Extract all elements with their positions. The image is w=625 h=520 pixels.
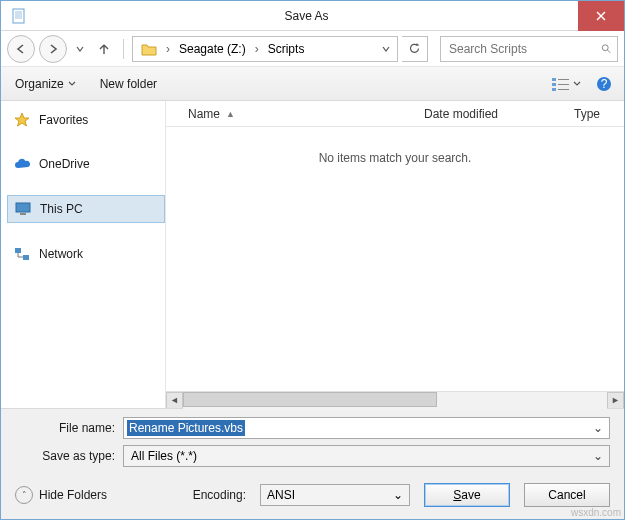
svg-line-8 bbox=[608, 50, 611, 53]
savetype-row: Save as type: All Files (*.*) ⌄ bbox=[15, 445, 610, 467]
encoding-value: ANSI bbox=[267, 488, 393, 502]
address-bar[interactable]: › Seagate (Z:) › Scripts bbox=[132, 36, 398, 62]
fields-area: File name: Rename Pictures.vbs ⌄ Save as… bbox=[1, 408, 624, 471]
file-list-body: No items match your search. bbox=[166, 127, 624, 391]
footer: ˄ Hide Folders Encoding: ANSI ⌄ Save Can… bbox=[1, 471, 624, 519]
separator bbox=[123, 39, 124, 59]
hide-folders-label: Hide Folders bbox=[39, 488, 107, 502]
hide-folders-button[interactable]: ˄ Hide Folders bbox=[15, 486, 107, 504]
chevron-up-icon: ˄ bbox=[15, 486, 33, 504]
chevron-down-icon bbox=[76, 45, 84, 53]
arrow-up-icon bbox=[97, 42, 111, 56]
star-icon bbox=[13, 111, 31, 129]
scroll-thumb[interactable] bbox=[183, 392, 437, 407]
window-title: Save As bbox=[35, 9, 578, 23]
drive-icon-chip[interactable] bbox=[135, 37, 163, 61]
column-label: Type bbox=[574, 107, 600, 121]
save-button[interactable]: Save bbox=[424, 483, 510, 507]
filename-input[interactable]: Rename Pictures.vbs ⌄ bbox=[123, 417, 610, 439]
svg-rect-19 bbox=[15, 248, 21, 253]
sort-ascending-icon: ▲ bbox=[226, 109, 235, 119]
svg-text:?: ? bbox=[601, 77, 608, 91]
svg-rect-17 bbox=[16, 203, 30, 212]
new-folder-button[interactable]: New folder bbox=[92, 73, 165, 95]
search-box[interactable] bbox=[440, 36, 618, 62]
computer-icon bbox=[14, 200, 32, 218]
sidebar-item-label: Favorites bbox=[39, 113, 88, 127]
refresh-button[interactable] bbox=[402, 36, 428, 62]
encoding-select[interactable]: ANSI ⌄ bbox=[260, 484, 410, 506]
svg-rect-18 bbox=[20, 213, 26, 215]
chevron-down-icon[interactable]: ⌄ bbox=[590, 449, 606, 463]
watermark: wsxdn.com bbox=[571, 507, 621, 518]
sidebar-item-onedrive[interactable]: OneDrive bbox=[7, 151, 165, 177]
svg-rect-11 bbox=[552, 88, 556, 91]
column-headers: Name ▲ Date modified Type bbox=[166, 101, 624, 127]
sidebar: Favorites OneDrive This PC bbox=[1, 101, 166, 408]
new-folder-label: New folder bbox=[100, 77, 157, 91]
view-options[interactable] bbox=[548, 73, 584, 95]
savetype-select[interactable]: All Files (*.*) ⌄ bbox=[123, 445, 610, 467]
chevron-down-icon bbox=[68, 80, 76, 88]
title-bar: Save As bbox=[1, 1, 624, 31]
cloud-icon bbox=[13, 155, 31, 173]
column-type[interactable]: Type bbox=[564, 107, 624, 121]
chevron-down-icon bbox=[573, 80, 581, 88]
save-label: Save bbox=[453, 488, 480, 502]
main-area: Favorites OneDrive This PC bbox=[1, 101, 624, 408]
view-icon bbox=[551, 76, 571, 92]
filename-label: File name: bbox=[15, 421, 115, 435]
sidebar-item-label: OneDrive bbox=[39, 157, 90, 171]
arrow-left-icon bbox=[15, 43, 27, 55]
sidebar-item-network[interactable]: Network bbox=[7, 241, 165, 267]
sidebar-item-favorites[interactable]: Favorites bbox=[7, 107, 165, 133]
scroll-track[interactable] bbox=[183, 392, 607, 409]
close-button[interactable] bbox=[578, 1, 624, 31]
scroll-left-button[interactable]: ◄ bbox=[166, 392, 183, 409]
folder-icon bbox=[141, 42, 157, 56]
help-button[interactable]: ? bbox=[590, 72, 618, 96]
breadcrumb-seagate[interactable]: Seagate (Z:) bbox=[173, 37, 252, 61]
toolbar: Organize New folder ? bbox=[1, 67, 624, 101]
address-dropdown[interactable] bbox=[377, 45, 395, 53]
svg-rect-10 bbox=[552, 83, 556, 86]
nav-row: › Seagate (Z:) › Scripts bbox=[1, 31, 624, 67]
organize-label: Organize bbox=[15, 77, 64, 91]
arrow-right-icon bbox=[47, 43, 59, 55]
empty-message: No items match your search. bbox=[319, 151, 472, 165]
help-icon: ? bbox=[596, 76, 612, 92]
organize-menu[interactable]: Organize bbox=[7, 73, 84, 95]
svg-rect-20 bbox=[23, 255, 29, 260]
sidebar-item-this-pc[interactable]: This PC bbox=[7, 195, 165, 223]
network-icon bbox=[13, 245, 31, 263]
chevron-down-icon[interactable]: ⌄ bbox=[590, 421, 606, 435]
forward-button[interactable] bbox=[39, 35, 67, 63]
chevron-down-icon[interactable]: ⌄ bbox=[393, 488, 403, 502]
svg-point-7 bbox=[602, 45, 608, 51]
file-list-pane: Name ▲ Date modified Type No items match… bbox=[166, 101, 624, 408]
savetype-label: Save as type: bbox=[15, 449, 115, 463]
encoding-label: Encoding: bbox=[193, 488, 246, 502]
recent-dropdown[interactable] bbox=[71, 35, 89, 63]
sidebar-item-label: This PC bbox=[40, 202, 83, 216]
savetype-value: All Files (*.*) bbox=[127, 447, 201, 465]
column-label: Date modified bbox=[424, 107, 498, 121]
column-label: Name bbox=[188, 107, 220, 121]
search-input[interactable] bbox=[447, 41, 601, 57]
save-as-dialog: Save As › Seagate (Z:) › Scripts bbox=[0, 0, 625, 520]
column-date[interactable]: Date modified bbox=[414, 107, 564, 121]
horizontal-scrollbar[interactable]: ◄ ► bbox=[166, 391, 624, 408]
svg-rect-9 bbox=[552, 78, 556, 81]
notepad-icon bbox=[9, 6, 29, 26]
refresh-icon bbox=[408, 42, 421, 55]
cancel-button[interactable]: Cancel bbox=[524, 483, 610, 507]
filename-value[interactable]: Rename Pictures.vbs bbox=[127, 420, 245, 436]
scroll-right-button[interactable]: ► bbox=[607, 392, 624, 409]
breadcrumb-scripts[interactable]: Scripts bbox=[262, 37, 311, 61]
back-button[interactable] bbox=[7, 35, 35, 63]
close-icon bbox=[596, 11, 606, 21]
column-name[interactable]: Name ▲ bbox=[178, 107, 414, 121]
chevron-right-icon[interactable]: › bbox=[252, 42, 262, 56]
up-button[interactable] bbox=[93, 38, 115, 60]
chevron-right-icon[interactable]: › bbox=[163, 42, 173, 56]
